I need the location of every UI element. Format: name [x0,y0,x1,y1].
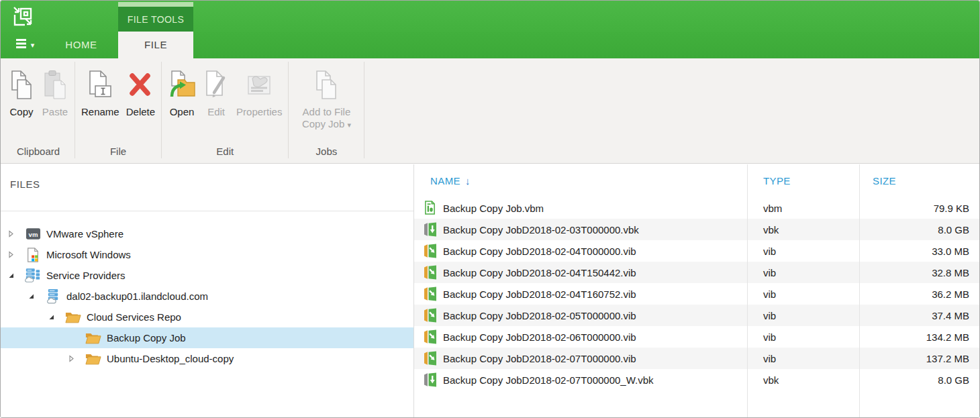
ribbon: Copy Paste Clipboard [1,58,979,164]
delete-button[interactable]: Delete [123,62,158,120]
tree-item-dal02-backup01-ilandcloud-com[interactable]: dal02-backup01.ilandcloud.com [1,286,413,307]
file-row-backup-copy-jobd2018-02-03t000000-vbk[interactable]: Backup Copy JobD2018-02-03T000000.vbkvbk… [414,219,979,240]
add-to-file-copy-job-label: Add to File Copy Job ▾ [295,106,358,131]
copy-button[interactable]: Copy [5,62,38,120]
vib-file-icon [424,329,437,344]
file-name-label: Backup Copy JobD2018-02-04T160752.vib [443,289,636,300]
file-name-cell: Backup Copy JobD2018-02-07T000000_W.vbk [414,372,747,387]
file-size-cell: 134.2 MB [859,331,979,343]
sidebar-divider [1,211,413,211]
file-name-label: Backup Copy Job.vbm [443,203,544,214]
collapse-arrow-icon[interactable] [6,272,25,279]
file-name-label: Backup Copy JobD2018-02-04T000000.vib [443,246,636,257]
tree-item-microsoft-windows[interactable]: Microsoft Windows [1,244,413,265]
add-to-file-copy-job-icon [313,64,340,106]
collapse-arrow-icon[interactable] [46,313,65,321]
file-type-cell: vbk [747,224,859,236]
folder-icon [85,351,101,367]
file-type-cell: vbk [747,374,859,386]
copy-icon [8,64,35,106]
file-size-cell: 79.9 KB [859,203,979,214]
file-name-label: Backup Copy JobD2018-02-07T000000.vib [443,353,636,364]
file-row-backup-copy-jobd2018-02-05t000000-vib[interactable]: Backup Copy JobD2018-02-05T000000.vibvib… [414,305,979,326]
tree-item-label: Service Providers [46,270,126,281]
vbk-file-icon [424,222,437,237]
open-icon [168,64,196,106]
tab-row: ▾ HOME FILE [1,32,979,58]
collapse-arrow-icon[interactable] [26,293,45,300]
file-rows: Backup Copy Job.vbmvbm79.9 KBBackup Copy… [414,197,979,390]
rename-button-label: Rename [81,106,119,118]
expand-arrow-icon[interactable] [6,251,25,258]
vib-file-icon [424,308,437,323]
ribbon-group-file: Rename Delete File [75,58,161,163]
delete-button-label: Delete [126,106,155,118]
file-row-backup-copy-jobd2018-02-04t150442-vib[interactable]: Backup Copy JobD2018-02-04T150442.vibvib… [414,262,979,283]
app-logo-icon [11,5,35,29]
menu-caret-icon: ▾ [31,42,35,49]
tree-item-label: VMware vSphere [46,228,124,240]
file-name-cell: Backup Copy JobD2018-02-05T000000.vib [414,308,747,323]
column-header-name[interactable]: NAME ↓ [414,175,747,187]
file-row-backup-copy-jobd2018-02-04t000000-vib[interactable]: Backup Copy JobD2018-02-04T000000.vibvib… [414,240,979,262]
copy-button-label: Copy [9,106,33,118]
expand-arrow-icon[interactable] [66,355,85,362]
vib-file-icon [424,244,437,258]
tree-item-cloud-services-repo[interactable]: Cloud Services Repo [1,307,413,327]
file-list-header: NAME ↓ TYPE SIZE [414,164,979,197]
files-tree: vmVMware vSphereMicrosoft WindowsService… [1,223,413,369]
add-to-file-copy-job-text: Add to File Copy Job [302,106,350,129]
tree-item-label: Cloud Services Repo [87,311,181,323]
column-header-size[interactable]: SIZE [859,175,979,187]
rename-button[interactable]: Rename [78,62,123,120]
main-content: FILES vmVMware vSphereMicrosoft WindowsS… [1,164,979,417]
rename-icon [87,64,113,106]
file-name-cell: Backup Copy JobD2018-02-04T150442.vib [414,265,747,280]
edit-icon [203,64,230,106]
file-type-cell: vib [747,353,859,364]
file-name-label: Backup Copy JobD2018-02-06T000000.vib [443,331,636,343]
file-row-backup-copy-job-vbm[interactable]: Backup Copy Job.vbmvbm79.9 KB [414,197,979,219]
contextual-tab-label: FILE TOOLS [128,14,184,25]
ribbon-group-jobs: Add to File Copy Job ▾ Jobs [289,58,364,163]
column-header-type[interactable]: TYPE [747,175,859,187]
tree-item-backup-copy-job[interactable]: Backup Copy Job [1,327,413,348]
file-size-cell: 8.0 GB [859,224,979,236]
file-type-cell: vbm [747,203,859,214]
file-name-label: Backup Copy JobD2018-02-05T000000.vib [443,310,636,321]
ribbon-group-label-file: File [75,144,161,163]
tab-file[interactable]: FILE [118,32,193,58]
file-row-backup-copy-jobd2018-02-06t000000-vib[interactable]: Backup Copy JobD2018-02-06T000000.vibvib… [414,326,979,348]
tree-item-ubuntu-desktop-cloud-copy[interactable]: Ubuntu-Desktop_cloud-copy [1,348,413,369]
paste-button-label: Paste [42,106,68,118]
tree-item-label: Microsoft Windows [46,249,131,260]
open-button[interactable]: Open [164,62,199,120]
vbk-file-icon [424,372,437,387]
tree-item-service-providers[interactable]: Service Providers [1,265,413,286]
open-button-label: Open [170,106,195,118]
ribbon-group-clipboard: Copy Paste Clipboard [2,58,75,163]
column-divider [747,164,748,417]
file-row-backup-copy-jobd2018-02-04t160752-vib[interactable]: Backup Copy JobD2018-02-04T160752.vibvib… [414,283,979,305]
tab-home[interactable]: HOME [44,32,118,58]
tree-item-label: Backup Copy Job [107,332,186,344]
expand-arrow-icon[interactable] [6,230,25,238]
file-name-cell: Backup Copy JobD2018-02-03T000000.vbk [414,222,747,237]
file-list-panel: NAME ↓ TYPE SIZE Backup Copy Job.vbmvbm7… [414,164,979,417]
folder-icon [85,330,101,346]
ribbon-group-label-jobs: Jobs [289,144,364,163]
file-type-cell: vib [747,246,859,257]
file-name-cell: Backup Copy JobD2018-02-07T000000.vib [414,351,747,366]
contextual-tab-file-tools: FILE TOOLS [118,2,193,32]
properties-button-label: Properties [236,106,282,118]
tree-item-vmware-vsphere[interactable]: vmVMware vSphere [1,223,413,244]
file-row-backup-copy-jobd2018-02-07t000000-w-vbk[interactable]: Backup Copy JobD2018-02-07T000000_W.vbkv… [414,369,979,390]
windows-icon [25,247,41,263]
veeam-file-browser-window: FILE TOOLS ▾ HOME FILE [0,0,980,418]
main-menu-button[interactable]: ▾ [9,32,40,58]
file-row-backup-copy-jobd2018-02-07t000000-vib[interactable]: Backup Copy JobD2018-02-07T000000.vibvib… [414,348,979,369]
files-sidebar: FILES vmVMware vSphereMicrosoft WindowsS… [1,164,413,417]
ribbon-group-label-clipboard: Clipboard [2,144,75,163]
sort-descending-icon: ↓ [465,175,471,187]
file-size-cell: 8.0 GB [859,374,979,386]
